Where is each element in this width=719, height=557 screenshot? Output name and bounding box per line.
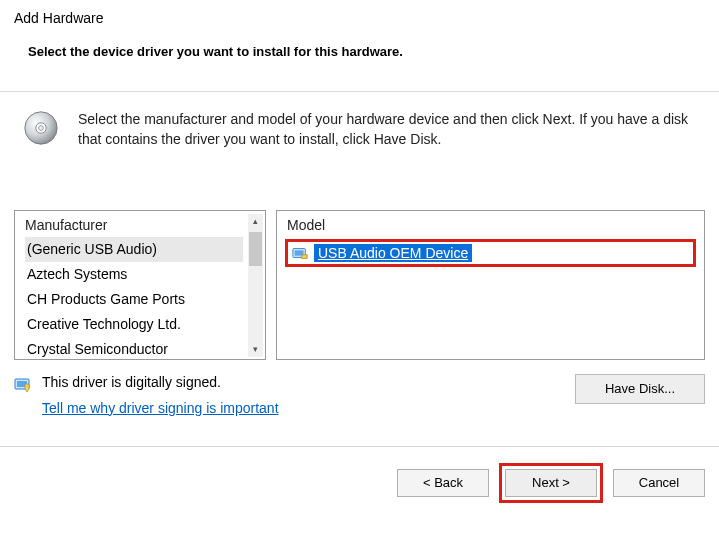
scrollbar[interactable]: ▴ ▾ [248, 214, 263, 357]
next-highlight: Next > [499, 463, 603, 503]
signing-info-link[interactable]: Tell me why driver signing is important [42, 400, 279, 416]
model-item-label: USB Audio OEM Device [314, 244, 472, 262]
signing-row: This driver is digitally signed. Tell me… [0, 360, 719, 416]
disk-icon [22, 109, 60, 147]
instruction-text: Select the manufacturer and model of you… [78, 109, 697, 150]
svg-rect-5 [302, 254, 307, 258]
scroll-thumb[interactable] [249, 232, 262, 266]
wizard-buttons: < Back Next > Cancel [0, 447, 719, 503]
model-header: Model [277, 211, 704, 237]
have-disk-button[interactable]: Have Disk... [575, 374, 705, 404]
window-title: Add Hardware [0, 0, 719, 32]
instruction-row: Select the manufacturer and model of you… [0, 93, 719, 162]
manufacturer-item[interactable]: (Generic USB Audio) [25, 237, 243, 262]
signed-shield-icon [14, 376, 32, 394]
manufacturer-item[interactable]: Aztech Systems [25, 262, 243, 287]
manufacturer-item[interactable]: Creative Technology Ltd. [25, 312, 243, 337]
scroll-down-icon[interactable]: ▾ [248, 342, 263, 357]
driver-lists: Manufacturer (Generic USB Audio) Aztech … [0, 162, 719, 360]
manufacturer-header: Manufacturer [15, 211, 265, 237]
back-button[interactable]: < Back [397, 469, 489, 497]
cancel-button[interactable]: Cancel [613, 469, 705, 497]
manufacturer-item[interactable]: CH Products Game Ports [25, 287, 243, 312]
page-subtitle: Select the device driver you want to ins… [0, 32, 719, 91]
device-icon [292, 246, 308, 260]
model-list[interactable]: Model USB Audio OEM Device [276, 210, 705, 360]
next-button[interactable]: Next > [505, 469, 597, 497]
svg-point-2 [39, 126, 44, 131]
scroll-up-icon[interactable]: ▴ [248, 214, 263, 229]
manufacturer-item[interactable]: Crystal Semiconductor [25, 337, 243, 362]
model-item[interactable]: USB Audio OEM Device [285, 239, 696, 267]
signed-message: This driver is digitally signed. [42, 374, 279, 390]
manufacturer-list[interactable]: Manufacturer (Generic USB Audio) Aztech … [14, 210, 266, 360]
